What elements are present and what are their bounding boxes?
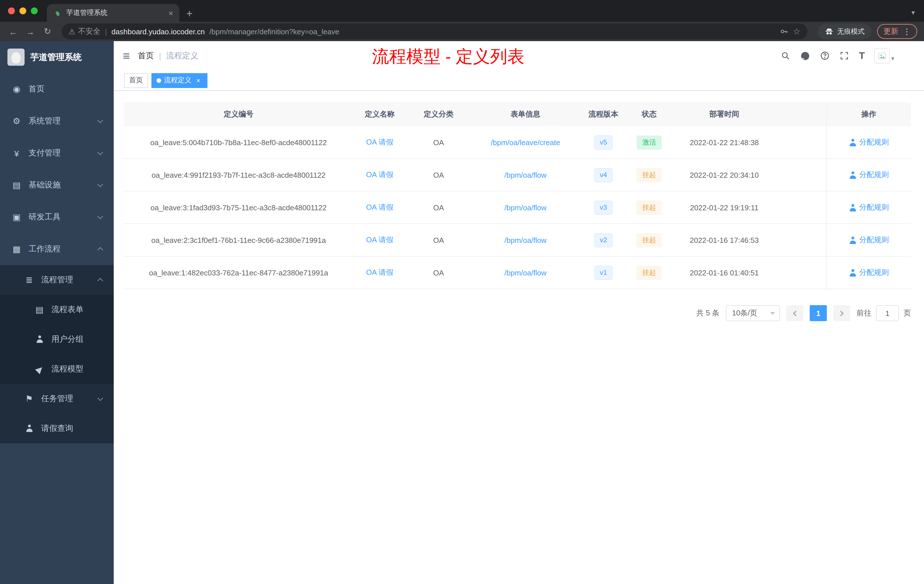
close-window-button[interactable]: [8, 7, 15, 14]
chevron-up-icon: [97, 278, 103, 284]
sidebar-toggle-hamburger-icon[interactable]: ≡: [123, 50, 130, 62]
tag-label: 首页: [129, 76, 143, 85]
main-area: ≡ 首页 | 流程定义 流程模型 - 定义列表: [114, 41, 924, 584]
form-link[interactable]: /bpm/oa/flow: [504, 203, 546, 212]
address-bar[interactable]: ⚠ 不安全 | dashboard.yudao.iocoder.cn /bpm/…: [62, 23, 807, 40]
favicon-leaf-icon: [54, 9, 62, 17]
next-page-button[interactable]: [833, 305, 850, 321]
tab-close-icon[interactable]: ×: [167, 8, 175, 17]
form-link[interactable]: /bpm/oa/leave/create: [491, 138, 560, 147]
sidebar-item-system-management[interactable]: ⚙ 系统管理: [0, 105, 114, 137]
sidebar-item-home[interactable]: ◉ 首页: [0, 73, 114, 105]
definition-name-link[interactable]: OA 请假: [366, 202, 393, 213]
sidebar-item-process-form[interactable]: ▤ 流程表单: [0, 295, 114, 325]
row-spacer: [777, 159, 826, 191]
col-definition-name: 定义名称: [353, 102, 406, 126]
tab-search-caret-icon[interactable]: ▾: [911, 8, 915, 16]
sidebar-item-label: 用户分组: [51, 334, 83, 345]
chevron-right-icon: [838, 310, 844, 316]
search-icon[interactable]: [780, 51, 790, 61]
definition-category: OA: [406, 191, 471, 223]
deploy-time: 2022-01-22 20:34:10: [672, 159, 777, 191]
definition-id: oa_leave:4:991f2193-7b7f-11ec-a3c8-acde4…: [124, 159, 353, 191]
list-icon: ≣: [24, 275, 34, 285]
app-shell: 芋道管理系统 ◉ 首页 ⚙ 系统管理 ¥ 支付管理 ▤ 基础设施: [0, 41, 924, 584]
user-group-icon: [34, 335, 45, 344]
assign-rule-link[interactable]: 分配规则: [849, 267, 889, 278]
definition-name-link[interactable]: OA 请假: [366, 137, 393, 147]
assign-rule-link[interactable]: 分配规则: [849, 202, 889, 213]
tag-label: 流程定义: [164, 76, 191, 85]
page-size-select[interactable]: 10条/页: [726, 305, 780, 321]
chevron-down-icon: [97, 395, 103, 401]
definition-name-link[interactable]: OA 请假: [366, 235, 393, 245]
chevron-down-icon: [97, 213, 103, 219]
breadcrumb-separator: |: [159, 51, 161, 60]
assign-rule-link[interactable]: 分配规则: [849, 170, 889, 180]
form-link[interactable]: /bpm/oa/flow: [504, 171, 546, 179]
app-logo[interactable]: 芋道管理系统: [0, 41, 114, 73]
definition-category: OA: [406, 257, 471, 289]
version-tag: v1: [594, 266, 612, 280]
assign-rule-link[interactable]: 分配规则: [849, 235, 889, 245]
definition-name-link[interactable]: OA 请假: [366, 267, 393, 278]
reload-icon[interactable]: ↻: [40, 26, 55, 36]
chevron-left-icon: [793, 310, 799, 316]
sidebar-item-task-management[interactable]: ⚑ 任务管理: [0, 384, 114, 414]
sidebar-item-label: 支付管理: [28, 148, 61, 158]
row-spacer: [777, 257, 826, 289]
sidebar-item-dev-tools[interactable]: ▣ 研发工具: [0, 201, 114, 233]
minimize-window-button[interactable]: [20, 7, 26, 14]
font-size-icon[interactable]: T: [859, 50, 865, 61]
github-icon[interactable]: [800, 51, 810, 61]
table-row: oa_leave:4:991f2193-7b7f-11ec-a3c8-acde4…: [124, 159, 911, 191]
tag-process-definition[interactable]: 流程定义 ×: [152, 73, 208, 88]
sidebar-item-user-group[interactable]: 用户分组: [0, 325, 114, 354]
maximize-window-button[interactable]: [31, 7, 38, 14]
forward-icon[interactable]: →: [23, 26, 38, 36]
deploy-time: 2022-01-22 21:48:38: [672, 126, 777, 158]
chevron-down-icon: [97, 149, 103, 155]
tag-home[interactable]: 首页: [124, 73, 148, 88]
tag-close-icon[interactable]: ×: [194, 76, 202, 84]
current-page-button[interactable]: 1: [810, 305, 827, 321]
sidebar-item-infrastructure[interactable]: ▤ 基础设施: [0, 169, 114, 201]
col-deploy-time: 部署时间: [672, 102, 777, 126]
sidebar-item-process-management[interactable]: ≣ 流程管理: [0, 265, 114, 295]
sidebar-item-label: 基础设施: [28, 180, 61, 190]
sidebar-item-payment-management[interactable]: ¥ 支付管理: [0, 137, 114, 169]
browser-tab[interactable]: 芋道管理系统 ×: [47, 4, 180, 22]
user-icon: [849, 171, 856, 178]
sidebar: 芋道管理系统 ◉ 首页 ⚙ 系统管理 ¥ 支付管理 ▤ 基础设施: [0, 41, 114, 584]
deploy-time: 2022-01-16 17:46:53: [672, 224, 777, 256]
back-icon[interactable]: ←: [6, 26, 21, 36]
navbar-actions: T ▾: [780, 48, 894, 63]
bookmark-star-icon[interactable]: ☆: [793, 26, 800, 36]
sidebar-item-label: 任务管理: [41, 394, 73, 404]
prev-page-button[interactable]: [786, 305, 804, 321]
browser-update-button[interactable]: 更新 ⋮: [877, 24, 917, 39]
fullscreen-icon[interactable]: [840, 51, 849, 61]
user-avatar[interactable]: ▾: [874, 48, 894, 63]
sidebar-item-label: 流程管理: [41, 275, 73, 285]
breadcrumb-home[interactable]: 首页: [138, 51, 154, 61]
new-tab-button[interactable]: +: [186, 8, 193, 19]
assign-rule-link[interactable]: 分配规则: [849, 137, 889, 147]
infrastructure-icon: ▤: [12, 180, 22, 190]
sidebar-item-process-model[interactable]: ▶ 流程模型: [0, 354, 114, 384]
definition-name-link[interactable]: OA 请假: [366, 170, 393, 180]
sidebar-item-workflow[interactable]: ▦ 工作流程: [0, 233, 114, 265]
form-link[interactable]: /bpm/oa/flow: [504, 236, 546, 244]
security-chip[interactable]: ⚠ 不安全: [69, 26, 100, 36]
goto-page-input[interactable]: [876, 305, 899, 321]
goto-unit: 页: [903, 308, 911, 318]
sidebar-item-leave-query[interactable]: 请假查询: [0, 414, 114, 444]
browser-menu-kebab-icon[interactable]: ⋮: [903, 27, 911, 36]
help-question-icon[interactable]: [820, 51, 830, 61]
incognito-icon: [825, 27, 834, 36]
password-key-icon[interactable]: [779, 27, 788, 36]
avatar-image: [874, 48, 890, 63]
user-icon: [849, 269, 856, 276]
form-link[interactable]: /bpm/oa/flow: [504, 268, 546, 277]
tools-icon: ▣: [12, 212, 22, 222]
